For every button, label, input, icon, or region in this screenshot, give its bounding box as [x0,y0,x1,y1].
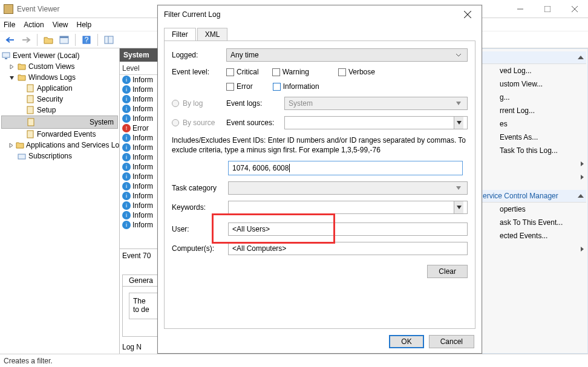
collapse-icon[interactable] [8,74,15,81]
info-icon: i [122,211,131,219]
monitor-icon [1,51,11,60]
chevron-up-icon[interactable] [578,194,584,198]
menu-file[interactable]: File [4,21,15,29]
expand-icon[interactable] [8,142,14,149]
actions-panel: . ved Log...ustom View...g...rrent Log..… [478,48,588,354]
radio-bysource[interactable] [172,119,179,126]
tree-setup[interactable]: Setup [1,105,118,115]
menu-view[interactable]: View [53,21,68,29]
action-expand-3[interactable] [480,242,586,256]
tree-security[interactable]: Security [1,94,118,105]
info-icon: i [122,114,131,123]
app-icon [4,4,13,14]
action-icon [488,205,496,213]
action-item[interactable]: ved Log... [480,64,586,77]
svg-rect-13 [27,96,33,103]
panel-icon[interactable] [102,33,116,47]
action-item[interactable]: Task To this Log... [480,144,586,157]
tree-subscriptions[interactable]: Subscriptions [1,151,118,161]
action-item[interactable]: Events As... [480,131,586,144]
menu-action[interactable]: Action [24,21,44,29]
action-expand-1[interactable] [480,157,586,171]
back-button[interactable] [4,33,17,47]
folder-icon[interactable] [42,33,55,47]
chk-warning[interactable]: Warning [272,68,309,76]
tree-forwarded[interactable]: Forwarded Events [1,129,118,140]
action-item[interactable]: rrent Log... [480,104,586,117]
action-item[interactable]: ask To This Event... [480,216,586,229]
clear-button[interactable]: Clear [427,265,468,278]
action-item[interactable]: ected Events... [480,229,586,242]
tab-filter[interactable]: Filter [164,28,196,41]
ok-button[interactable]: OK [389,335,423,348]
tab-xml[interactable]: XML [197,28,228,41]
dropdown-icon [454,102,463,105]
navigation-tree[interactable]: Event Viewer (Local) Custom Views Window… [0,48,120,354]
label-bylog: By log [183,99,203,108]
chk-verbose[interactable]: Verbose [338,68,375,76]
tab-general[interactable]: Genera [122,274,160,286]
computers-input[interactable]: <All Computers> [228,242,468,255]
eventlogs-select: System [284,97,468,110]
tree-root[interactable]: Event Viewer (Local) [1,50,118,61]
maximize-button[interactable] [534,0,561,18]
chevron-right-icon [581,161,584,166]
svg-rect-15 [28,119,34,126]
tree-custom-views[interactable]: Custom Views [1,61,118,72]
action-expand-2[interactable] [480,171,586,184]
help-icon[interactable]: ? [80,33,93,47]
action-item[interactable]: ustom View... [480,77,586,91]
tree-apps-services[interactable]: Applications and Services Lo [1,140,118,151]
dialog-titlebar: Filter Current Log [158,5,482,24]
info-icon: i [122,221,131,229]
action-icon [488,133,496,141]
help-text: Includes/Excludes Event IDs: Enter ID nu… [172,135,468,155]
chk-error[interactable]: Error [226,82,253,91]
user-input[interactable]: <All Users> [228,222,468,236]
chk-information[interactable]: Information [273,82,319,91]
action-item[interactable]: es [480,117,586,131]
info-icon: i [122,95,131,103]
svg-rect-17 [18,154,25,159]
tree-system[interactable]: System [1,115,118,129]
event-ids-input[interactable]: 1074, 6006, 6008 [228,161,463,175]
info-icon: i [122,143,131,152]
chevron-up-icon[interactable] [578,56,584,59]
label-bysource: By source [183,119,215,127]
dropdown-icon [454,201,463,213]
eventsources-select[interactable] [284,116,468,129]
log-icon [25,129,35,139]
dialog-title: Filter Current Log [164,10,460,19]
cancel-button[interactable]: Cancel [429,335,474,348]
properties-icon[interactable] [57,33,71,47]
status-bar: Creates a filter. [0,354,588,367]
actions-group-hdr: . [480,51,586,64]
chevron-down-icon [454,53,463,57]
close-button[interactable] [561,0,588,18]
log-icon [26,117,36,127]
forward-button[interactable] [19,33,33,47]
label-keywords: Keywords: [172,203,226,212]
dialog-close-button[interactable] [460,7,475,22]
expand-icon[interactable] [8,63,15,70]
actions-body: . ved Log...ustom View...g...rrent Log..… [479,48,588,354]
logged-select[interactable]: Any time [226,48,468,62]
info-icon: i [122,134,131,142]
action-item[interactable]: g... [480,91,586,104]
tree-windows-logs[interactable]: Windows Logs [1,72,118,83]
chk-critical[interactable]: Critical [226,68,259,76]
label-user: User: [172,225,226,233]
svg-text:?: ? [85,36,89,44]
tree-application[interactable]: Application [1,83,118,94]
action-item[interactable]: operties [480,203,586,216]
filter-dialog: Filter Current Log Filter XML Logged: An… [157,5,482,354]
svg-rect-11 [5,58,7,59]
dropdown-icon [454,186,463,190]
keywords-select[interactable] [228,201,468,214]
log-icon [25,94,35,104]
actions-group-hdr2[interactable]: ervice Control Manager [480,190,586,203]
menu-help[interactable]: Help [77,21,92,29]
label-level: Event level: [172,68,226,76]
svg-rect-1 [544,6,550,12]
minimize-button[interactable] [506,0,534,18]
